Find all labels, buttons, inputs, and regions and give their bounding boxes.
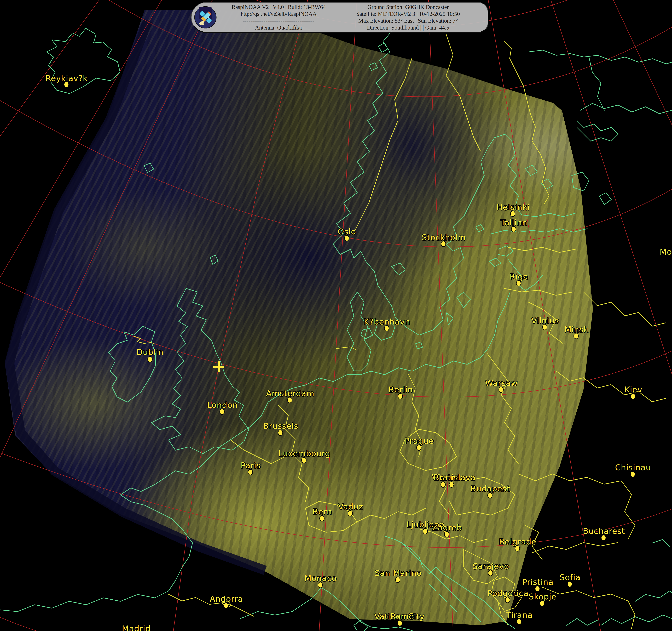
city-marker: Tallinn xyxy=(0,0,672,631)
city-dot xyxy=(601,535,606,541)
city-marker: Luxembourg xyxy=(0,0,672,631)
city-marker: Warsaw xyxy=(0,0,672,631)
city-dot xyxy=(344,235,350,241)
city-dot xyxy=(449,482,454,488)
city-dot xyxy=(516,280,521,286)
header-info-box: RaspiNOAA V2 | V4.0 | Build: 13-BW64 htt… xyxy=(191,2,488,33)
city-label: Podgorica xyxy=(487,588,529,598)
header-satellite-datetime: Satellite: METEOR-M2 3 | 10-12-2025 10:5… xyxy=(335,10,481,17)
city-marker: Reykjav?k xyxy=(0,0,672,631)
city-dot xyxy=(287,397,292,403)
city-marker: Minsk xyxy=(0,0,672,631)
city-label: Vienna xyxy=(432,473,460,482)
city-marker: Sofia xyxy=(0,0,672,631)
city-dot xyxy=(64,81,69,88)
satellite-map-canvas: Reykjav?k Oslo Stockholm Helsinki Tallin… xyxy=(0,0,672,631)
city-label: Tirana xyxy=(506,610,532,620)
city-dot xyxy=(278,429,283,436)
city-dot xyxy=(318,582,323,588)
city-marker: Mo xyxy=(0,0,672,631)
city-label: San Marino xyxy=(375,568,422,578)
city-marker: Belgrade xyxy=(0,0,672,631)
city-dot xyxy=(416,445,422,451)
city-dot xyxy=(505,597,510,603)
city-marker: Paris xyxy=(0,0,672,631)
city-dot xyxy=(515,545,520,552)
city-label: Riga xyxy=(510,272,528,281)
city-marker: Tirana xyxy=(0,0,672,631)
city-label: Warsaw xyxy=(485,378,518,388)
city-dot xyxy=(567,581,572,587)
city-label: Minsk xyxy=(565,325,589,334)
city-marker: Bucharest xyxy=(0,0,672,631)
city-label: Vatican City xyxy=(375,612,425,621)
city-marker: Berlin xyxy=(0,0,672,631)
header-app-version: RaspiNOAA V2 | V4.0 | Build: 13-BW64 xyxy=(222,4,335,10)
city-label: Pristina xyxy=(522,577,553,587)
city-marker: Riga xyxy=(0,0,672,631)
city-dot xyxy=(147,356,152,362)
header-direction-gain: Direction: Southbound | | Gain: 44.5 xyxy=(335,24,481,31)
city-label: Vaduz xyxy=(338,502,363,511)
city-marker: Vaduz xyxy=(0,0,672,631)
city-dot xyxy=(348,510,353,516)
city-dot xyxy=(398,393,403,399)
city-label: Amsterdam xyxy=(266,389,314,398)
city-dot xyxy=(219,408,225,415)
header-right-column: Ground Station: G0GHK Doncaster Satellit… xyxy=(335,4,481,31)
city-dot xyxy=(540,600,545,606)
header-ground-station: Ground Station: G0GHK Doncaster xyxy=(335,4,481,10)
city-marker: Zagreb xyxy=(0,0,672,631)
city-dot xyxy=(397,620,402,626)
city-label: Budapest xyxy=(471,484,510,493)
city-marker: Budapest xyxy=(0,0,672,631)
city-dot xyxy=(630,393,635,399)
header-elevation: Max Elevation: 53° East | Sun Elevation:… xyxy=(335,17,481,24)
city-marker: Monaco xyxy=(0,0,672,631)
city-label: Zagreb xyxy=(432,523,462,532)
city-marker: Stockholm xyxy=(0,0,672,631)
city-label: Tallinn xyxy=(501,218,527,227)
city-marker: Helsinki xyxy=(0,0,672,631)
city-label: Belgrade xyxy=(499,537,536,546)
city-dot xyxy=(510,211,515,217)
city-dot xyxy=(444,531,449,537)
city-dot xyxy=(395,577,400,583)
city-marker: Vienna xyxy=(0,0,672,631)
city-label: Prague xyxy=(405,436,434,446)
city-marker: Bratislava xyxy=(0,0,672,631)
city-dot xyxy=(517,618,522,625)
city-marker: Bern xyxy=(0,0,672,631)
city-label: Monaco xyxy=(305,574,337,583)
ground-station-cross-marker xyxy=(213,361,224,372)
city-marker: Prague xyxy=(0,0,672,631)
city-marker: Amsterdam xyxy=(0,0,672,631)
city-dot xyxy=(423,528,428,534)
raspinoaa-logo-icon xyxy=(194,6,217,29)
city-label: Mo xyxy=(659,247,672,257)
city-dot xyxy=(488,570,493,576)
city-dot xyxy=(248,469,253,475)
city-marker: Skopje xyxy=(0,0,672,631)
city-label: Paris xyxy=(241,461,261,470)
city-dot xyxy=(440,482,446,488)
header-url: http://qsl.net/ve3elb/RaspiNOAA xyxy=(222,10,335,17)
city-marker: Ljubljana xyxy=(0,0,672,631)
city-label: Sarajevo xyxy=(473,561,509,571)
city-dot xyxy=(499,387,504,393)
city-label: Skopje xyxy=(529,592,556,601)
city-label: Luxembourg xyxy=(278,449,330,458)
city-dot xyxy=(511,226,516,232)
city-label: Vilnius xyxy=(531,316,559,325)
city-label: Bern xyxy=(312,507,332,516)
city-marker: London xyxy=(0,0,672,631)
city-marker: Vilnius xyxy=(0,0,672,631)
city-label: Brussels xyxy=(263,421,298,430)
city-label: Chisinau xyxy=(615,463,651,472)
header-separator: -------------------------------------- xyxy=(222,17,335,24)
city-marker: Vatican City xyxy=(0,0,672,631)
city-marker: San Marino xyxy=(0,0,672,631)
city-label: Kiev xyxy=(624,385,643,394)
city-label: Rome xyxy=(390,612,414,621)
city-label: Andorra xyxy=(210,594,243,604)
